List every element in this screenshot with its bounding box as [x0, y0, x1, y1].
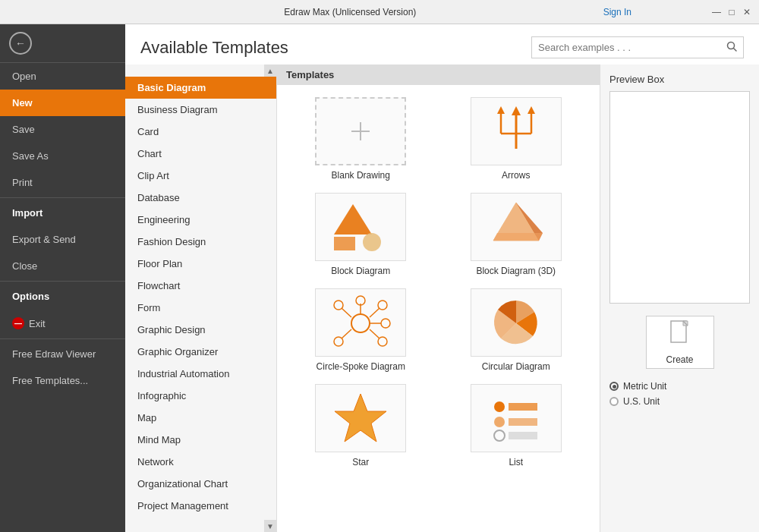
back-button[interactable]: ←	[9, 32, 32, 55]
template-item-block-diagram-3d[interactable]: Block Diagram (3D)	[445, 193, 588, 276]
unit-options: Metric Unit U.S. Unit	[609, 381, 666, 407]
category-item-clip-art[interactable]: Clip Art	[125, 165, 276, 187]
create-button[interactable]: Create	[646, 316, 714, 369]
category-item-floor-plan[interactable]: Floor Plan	[125, 253, 276, 275]
block-diagram-icon	[330, 200, 391, 253]
category-label: Graphic Design	[137, 324, 206, 335]
arrows-icon	[493, 103, 539, 160]
sidebar-item-export[interactable]: Export & Send	[0, 226, 125, 253]
category-item-graphic-design[interactable]: Graphic Design	[125, 319, 276, 341]
search-input[interactable]	[532, 38, 720, 57]
search-button[interactable]	[720, 37, 743, 58]
category-item-database[interactable]: Database	[125, 187, 276, 209]
category-item-business-diagram[interactable]: Business Diagram	[125, 99, 276, 121]
template-thumb-block	[315, 193, 406, 261]
template-label-star: Star	[352, 457, 369, 467]
template-item-arrows[interactable]: Arrows	[445, 97, 588, 181]
sidebar-item-save[interactable]: Save	[0, 116, 125, 143]
template-item-star[interactable]: Star	[289, 384, 433, 467]
templates-panel-header: Templates	[277, 65, 600, 85]
us-radio[interactable]	[609, 397, 619, 406]
templates-panel: Templates Blank Drawing	[277, 65, 600, 532]
category-label: Chart	[137, 148, 162, 159]
category-label: Graphic Organizer	[137, 346, 218, 357]
template-item-blank[interactable]: Blank Drawing	[289, 97, 433, 181]
category-label: Organizational Chart	[137, 478, 228, 490]
sidebar-item-label: Free Edraw Viewer	[12, 348, 96, 360]
sidebar-separator-1	[0, 197, 125, 198]
template-label-list: List	[509, 457, 523, 467]
template-thumb-blank	[315, 97, 406, 165]
template-label-circlespoke: Circle-Spoke Diagram	[317, 361, 405, 372]
category-label: Business Diagram	[137, 104, 218, 115]
svg-point-21	[334, 301, 343, 310]
sidebar-item-label: Export & Send	[12, 234, 76, 245]
preview-box	[609, 91, 750, 304]
sidebar-item-free-templates[interactable]: Free Templates...	[0, 367, 125, 394]
sidebar-item-save-as[interactable]: Save As	[0, 143, 125, 169]
category-item-network[interactable]: Network	[125, 451, 276, 473]
sidebar-item-label: New	[12, 97, 33, 109]
svg-point-17	[351, 314, 370, 332]
main-layout: ← Open New Save Save As Print Import Exp…	[0, 24, 759, 532]
sidebar-item-label: Exit	[29, 318, 46, 329]
category-scroll-up[interactable]: ▲	[264, 65, 276, 77]
create-button-label: Create	[666, 354, 693, 365]
close-button[interactable]: ✕	[741, 6, 753, 18]
category-label: Flowchart	[137, 280, 180, 291]
template-item-list[interactable]: List	[445, 384, 588, 467]
template-label-arrows: Arrows	[502, 170, 530, 181]
template-item-circle-spoke[interactable]: Circle-Spoke Diagram	[289, 288, 433, 372]
category-item-infographic[interactable]: Infographic	[125, 385, 276, 407]
template-thumb-circular	[471, 288, 562, 357]
sidebar-item-close[interactable]: Close	[0, 253, 125, 279]
sidebar-item-import[interactable]: Import	[0, 200, 125, 226]
us-unit-option[interactable]: U.S. Unit	[609, 396, 666, 407]
category-scroll-down[interactable]: ▼	[264, 520, 276, 532]
create-doc-icon	[669, 320, 691, 350]
category-item-flowchart[interactable]: Flowchart	[125, 275, 276, 297]
category-item-chart[interactable]: Chart	[125, 143, 276, 165]
svg-rect-12	[334, 237, 355, 250]
category-item-card[interactable]: Card	[125, 121, 276, 143]
category-label: Floor Plan	[137, 258, 182, 269]
us-unit-label: U.S. Unit	[623, 396, 660, 407]
sidebar-item-open[interactable]: Open	[0, 63, 125, 90]
sidebar-item-print[interactable]: Print	[0, 169, 125, 196]
category-item-engineering[interactable]: Engineering	[125, 209, 276, 231]
category-item-form[interactable]: Form	[125, 297, 276, 319]
category-item-fashion-design[interactable]: Fashion Design	[125, 231, 276, 253]
category-item-mind-map[interactable]: Mind Map	[125, 429, 276, 451]
document-icon	[669, 320, 691, 345]
minimize-button[interactable]: —	[710, 6, 723, 18]
circular-diagram-icon	[486, 294, 546, 351]
sidebar-item-label: Save	[12, 124, 35, 135]
category-item-graphic-organizer[interactable]: Graphic Organizer	[125, 341, 276, 363]
list-icon	[486, 390, 546, 447]
sidebar-item-options[interactable]: Options	[0, 283, 125, 310]
circle-spoke-icon	[326, 294, 395, 351]
svg-marker-7	[497, 106, 505, 114]
category-item-project-management[interactable]: Project Management	[125, 495, 276, 517]
metric-unit-option[interactable]: Metric Unit	[609, 381, 666, 392]
maximize-button[interactable]: □	[726, 6, 738, 18]
preview-label: Preview Box	[609, 74, 750, 85]
category-item-map[interactable]: Map	[125, 407, 276, 429]
metric-radio[interactable]	[609, 382, 619, 391]
svg-point-25	[378, 301, 387, 310]
svg-rect-36	[509, 432, 537, 439]
sidebar-item-new[interactable]: New	[0, 90, 125, 116]
template-item-block-diagram[interactable]: Block Diagram	[289, 193, 433, 276]
svg-marker-16	[493, 233, 543, 241]
category-item-org-chart[interactable]: Organizational Chart	[125, 473, 276, 495]
template-item-circular[interactable]: Circular Diagram	[445, 288, 588, 372]
category-item-basic-diagram[interactable]: Basic Diagram	[125, 77, 276, 99]
category-item-industrial-automation[interactable]: Industrial Automation	[125, 363, 276, 385]
category-label: Map	[137, 412, 156, 423]
svg-line-24	[370, 308, 380, 317]
sidebar-item-exit[interactable]: — Exit	[0, 310, 125, 337]
sidebar-item-free-viewer[interactable]: Free Edraw Viewer	[0, 341, 125, 367]
sign-in-link[interactable]: Sign In	[603, 7, 631, 17]
category-label: Project Management	[137, 500, 228, 512]
svg-marker-9	[528, 106, 535, 114]
